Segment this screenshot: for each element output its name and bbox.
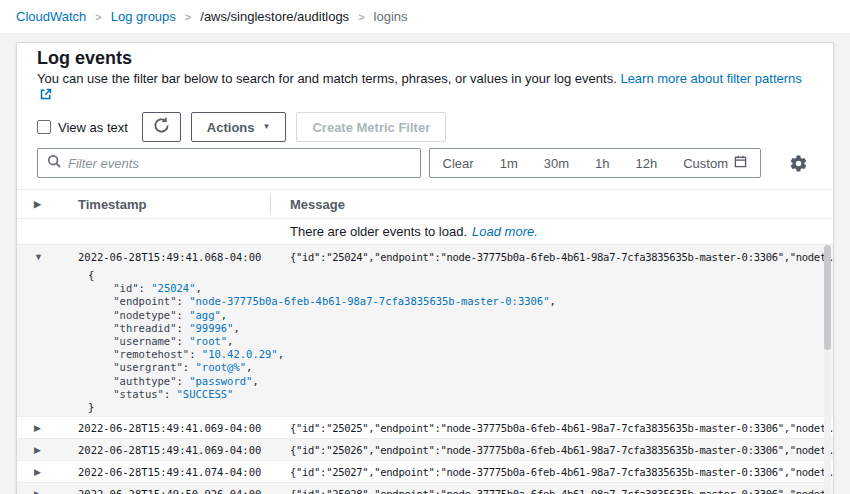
toolbar: View as text Actions ▼ Create Metric Fil…	[37, 112, 813, 142]
breadcrumb: CloudWatch > Log groups > /aws/singlesto…	[0, 0, 850, 34]
refresh-button[interactable]	[142, 112, 181, 142]
breadcrumb-item-log-group-name[interactable]: /aws/singlestore/auditlogs	[200, 9, 349, 24]
row-timestamp: 2022-06-28T15:49:41.074-04:00	[78, 466, 290, 478]
row-detail: { "id": "25024", "endpoint": "node-37775…	[17, 268, 833, 416]
vertical-scrollbar[interactable]	[824, 245, 831, 494]
search-icon	[47, 154, 61, 172]
settings-gear-icon[interactable]	[783, 148, 813, 178]
row-timestamp: 2022-06-28T15:49:50.926-04:00	[78, 488, 290, 494]
row-timestamp: 2022-06-28T15:49:41.069-04:00	[78, 444, 290, 456]
row-message: {"id":"25025","endpoint":"node-37775b0a-…	[290, 422, 833, 434]
actions-button[interactable]: Actions ▼	[191, 112, 287, 142]
external-link-icon	[40, 88, 52, 104]
row-message: {"id":"25024","endpoint":"node-37775b0a-…	[290, 251, 833, 263]
table-row[interactable]: ▶ 2022-06-28T15:49:41.074-04:00 {"id":"2…	[17, 461, 833, 482]
table-row[interactable]: ▼ 2022-06-28T15:49:41.068-04:00 {"id":"2…	[17, 245, 833, 268]
filter-bar: Clear 1m 30m 1h 12h Custom	[37, 148, 813, 178]
log-rows: ▼ 2022-06-28T15:49:41.068-04:00 {"id":"2…	[17, 244, 833, 494]
row-expand-icon[interactable]: ▶	[17, 423, 78, 433]
time-1h-button[interactable]: 1h	[582, 149, 622, 177]
row-message: {"id":"25028","endpoint":"node-37775b0a-…	[290, 488, 833, 494]
page-title: Log events	[37, 48, 813, 69]
row-expand-icon[interactable]: ▶	[17, 467, 78, 477]
row-timestamp: 2022-06-28T15:49:41.069-04:00	[78, 422, 290, 434]
breadcrumb-separator-icon: >	[95, 11, 101, 23]
column-header-message: Message	[271, 197, 345, 212]
view-as-text-option[interactable]: View as text	[37, 120, 128, 135]
log-events-table: ▶ Timestamp Message There are older even…	[17, 189, 833, 494]
older-events-text: There are older events to load.	[290, 224, 467, 239]
breadcrumb-separator-icon: >	[185, 11, 191, 23]
table-row[interactable]: ▶ 2022-06-28T15:49:41.069-04:00 {"id":"2…	[17, 417, 833, 438]
breadcrumb-item-current: logins	[374, 9, 408, 24]
expand-all-icon[interactable]: ▶	[17, 199, 78, 209]
chevron-down-icon: ▼	[263, 123, 271, 131]
time-12h-button[interactable]: 12h	[623, 149, 671, 177]
time-1m-button[interactable]: 1m	[487, 149, 531, 177]
scrollbar-thumb[interactable]	[824, 245, 831, 350]
calendar-icon	[734, 155, 747, 171]
row-expand-icon[interactable]: ▼	[17, 252, 78, 262]
breadcrumb-item-cloudwatch[interactable]: CloudWatch	[16, 9, 86, 24]
breadcrumb-separator-icon: >	[358, 11, 364, 23]
row-message: {"id":"25026","endpoint":"node-37775b0a-…	[290, 444, 833, 456]
table-row[interactable]: ▶ 2022-06-28T15:49:41.069-04:00 {"id":"2…	[17, 439, 833, 460]
column-header-timestamp: Timestamp	[78, 197, 270, 212]
time-range-control: Clear 1m 30m 1h 12h Custom	[429, 148, 761, 178]
time-custom-button[interactable]: Custom	[670, 149, 760, 177]
view-as-text-label: View as text	[58, 120, 128, 135]
load-more-link[interactable]: Load more.	[472, 224, 538, 239]
row-timestamp: 2022-06-28T15:49:41.068-04:00	[78, 251, 290, 263]
log-events-panel: Log events You can use the filter bar be…	[16, 42, 834, 494]
time-30m-button[interactable]: 30m	[531, 149, 582, 177]
page-description: You can use the filter bar below to sear…	[37, 71, 617, 86]
filter-events-searchbox[interactable]	[37, 148, 421, 178]
refresh-icon	[153, 117, 170, 137]
table-header: ▶ Timestamp Message	[17, 189, 833, 219]
row-expand-icon[interactable]: ▶	[17, 489, 78, 494]
filter-events-input[interactable]	[68, 156, 411, 171]
breadcrumb-item-log-groups[interactable]: Log groups	[111, 9, 176, 24]
row-expand-icon[interactable]: ▶	[17, 445, 78, 455]
create-metric-filter-button[interactable]: Create Metric Filter	[296, 112, 446, 142]
row-message: {"id":"25027","endpoint":"node-37775b0a-…	[290, 466, 833, 478]
time-clear-button[interactable]: Clear	[430, 149, 487, 177]
view-as-text-checkbox[interactable]	[37, 120, 51, 134]
older-events-row: There are older events to load. Load mor…	[17, 219, 833, 244]
table-row[interactable]: ▶ 2022-06-28T15:49:50.926-04:00 {"id":"2…	[17, 483, 833, 494]
